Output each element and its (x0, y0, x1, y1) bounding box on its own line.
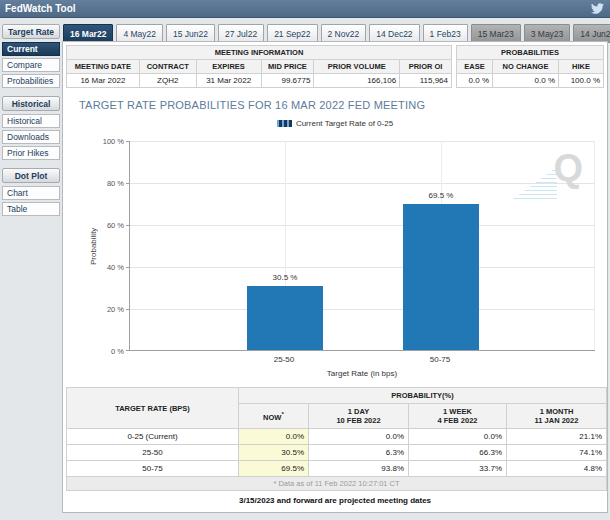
day-cell: 0.0% (309, 429, 409, 445)
rate-cell: 25-50 (67, 445, 239, 461)
now-cell: 0.0% (239, 429, 309, 445)
x-tick: 50-75 (402, 355, 478, 364)
probability-detail-table: TARGET RATE (BPS) PROBABILITY(%) NOW* 1 … (66, 387, 607, 491)
bar-value-label: 69.5 % (403, 191, 479, 200)
sidebar-item-downloads[interactable]: Downloads (2, 130, 60, 144)
one-week-header: 1 WEEK4 FEB 2022 (409, 404, 507, 429)
y-tick: 100 % (89, 137, 124, 146)
chart-bar (247, 286, 323, 350)
probability-bar-chart: Probability 100 % 80 % 60 % 40 % 20 % (63, 133, 607, 383)
ease-value: 0.0 % (457, 74, 493, 88)
sidebar-item-historical[interactable]: Historical (2, 114, 60, 128)
y-tick: 20 % (89, 305, 124, 314)
meeting-info-table: MEETING INFORMATION MEETING DATE CONTRAC… (66, 45, 452, 88)
legend-swatch-icon (277, 120, 292, 127)
sidebar: Target Rate Current Compare Probabilitie… (2, 24, 60, 218)
chart-title: TARGET RATE PROBABILITIES FOR 16 MAR 202… (79, 99, 607, 111)
table-row: 50-75 69.5% 93.8% 33.7% 4.8% (67, 461, 607, 477)
probability-summary-header: HIKE (559, 60, 604, 74)
week-cell: 66.3% (409, 445, 507, 461)
expires-value: 31 Mar 2022 (196, 74, 261, 88)
y-tick: 80 % (89, 179, 124, 188)
week-cell: 33.7% (409, 461, 507, 477)
x-axis-label: Target Rate (in bps) (129, 369, 595, 378)
chart-legend: Current Target Rate of 0-25 (63, 119, 607, 128)
main-panel: MEETING INFORMATION MEETING DATE CONTRAC… (62, 41, 608, 513)
rate-cell: 0-25 (Current) (67, 429, 239, 445)
month-cell: 4.8% (507, 461, 607, 477)
probability-summary-header: NO CHANGE (493, 60, 559, 74)
rate-cell: 50-75 (67, 461, 239, 477)
meeting-info-header: CONTRACT (139, 60, 196, 74)
y-tick: 60 % (89, 221, 124, 230)
now-cell: 30.5% (239, 445, 309, 461)
probability-summary-title: PROBABILITIES (457, 46, 604, 60)
table-row: 0-25 (Current) 0.0% 0.0% 0.0% 21.1% (67, 429, 607, 445)
contract-value: ZQH2 (139, 74, 196, 88)
month-cell: 21.1% (507, 429, 607, 445)
chart-bar (403, 204, 479, 350)
sidebar-item-current[interactable]: Current (2, 42, 60, 56)
meeting-date-value: 16 Mar 2022 (67, 74, 140, 88)
legend-label: Current Target Rate of 0-25 (296, 119, 393, 128)
y-tick: 0 % (89, 347, 124, 356)
app-title: FedWatch Tool (5, 3, 76, 14)
plot-area: 100 % 80 % 60 % 40 % 20 % 0 % Q 30.5 % 6… (129, 141, 595, 351)
now-cell: 69.5% (239, 461, 309, 477)
bar-value-label: 30.5 % (247, 273, 323, 282)
week-cell: 0.0% (409, 429, 507, 445)
sidebar-item-chart[interactable]: Chart (2, 186, 60, 200)
sidebar-item-compare[interactable]: Compare (2, 58, 60, 72)
no-change-value: 0.0 % (493, 74, 559, 88)
twitter-icon[interactable] (591, 2, 604, 15)
prior-oi-value: 115,964 (400, 74, 452, 88)
one-month-header: 1 MONTH11 JAN 2022 (507, 404, 607, 429)
day-cell: 93.8% (309, 461, 409, 477)
meeting-info-header: PRIOR VOLUME (314, 60, 400, 74)
day-cell: 6.3% (309, 445, 409, 461)
x-tick: 25-50 (246, 355, 322, 364)
probability-summary-header: EASE (457, 60, 493, 74)
sidebar-item-prior-hikes[interactable]: Prior Hikes (2, 146, 60, 160)
probability-group-header: PROBABILITY(%) (239, 388, 607, 404)
now-header: NOW* (239, 404, 309, 429)
y-axis-label: Probability (87, 141, 99, 351)
table-row: 25-50 30.5% 6.3% 66.3% 74.1% (67, 445, 607, 461)
meeting-info-header: EXPIRES (196, 60, 261, 74)
sidebar-header-dot-plot: Dot Plot (2, 168, 60, 183)
y-tick: 40 % (89, 263, 124, 272)
meeting-info-title: MEETING INFORMATION (67, 46, 452, 60)
prior-volume-value: 166,106 (314, 74, 400, 88)
sidebar-header-target-rate: Target Rate (2, 24, 60, 39)
projected-dates-note: 3/15/2023 and forward are projected meet… (63, 496, 607, 505)
hike-value: 100.0 % (559, 74, 604, 88)
mid-price-value: 99.6775 (261, 74, 314, 88)
meeting-info-header: MEETING DATE (67, 60, 140, 74)
meeting-info-header: MID PRICE (261, 60, 314, 74)
sidebar-item-table[interactable]: Table (2, 202, 60, 216)
data-as-of-footnote: * Data as of 11 Feb 2022 10:27:01 CT (67, 477, 607, 491)
probability-summary-table: PROBABILITIES EASE NO CHANGE HIKE 0.0 % … (456, 45, 604, 88)
sidebar-item-probabilities[interactable]: Probabilities (2, 74, 60, 88)
month-cell: 74.1% (507, 445, 607, 461)
titlebar: FedWatch Tool (0, 0, 610, 18)
one-day-header: 1 DAY10 FEB 2022 (309, 404, 409, 429)
watermark-q-logo: Q (553, 149, 583, 187)
target-rate-bps-header: TARGET RATE (BPS) (67, 388, 239, 429)
sidebar-header-historical: Historical (2, 96, 60, 111)
meeting-info-header: PRIOR OI (400, 60, 452, 74)
